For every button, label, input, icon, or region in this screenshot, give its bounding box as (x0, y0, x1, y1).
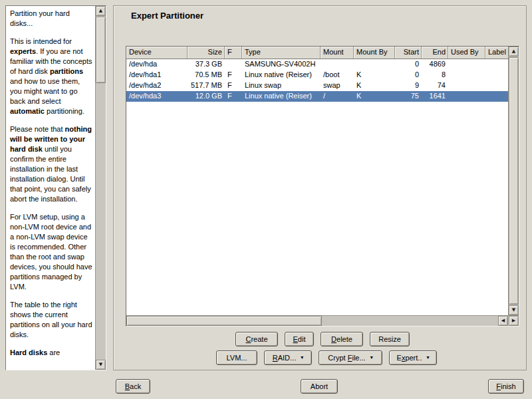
expert-menu-label: Expert.. (397, 354, 422, 362)
scroll-down-button[interactable]: ▼ (96, 360, 106, 370)
table-cell: /dev/hda2 (126, 80, 188, 91)
help-paragraph: This is intended for experts. If you are… (10, 37, 92, 116)
column-header-mount[interactable]: Mount (321, 47, 354, 59)
column-header-f[interactable]: F (225, 47, 242, 59)
create-button[interactable]: Create (235, 332, 278, 346)
column-header-start[interactable]: Start (395, 47, 422, 59)
table-cell (321, 59, 354, 70)
chevron-down-icon: ▾ (426, 355, 429, 360)
chevron-down-icon: ▾ (301, 355, 303, 360)
column-header-device[interactable]: Device (126, 47, 188, 59)
main-panel: Expert Partitioner DeviceSizeFTypeMountM… (113, 5, 527, 370)
table-cell: 4869 (422, 59, 448, 70)
help-paragraph: The table to the right shows the current… (10, 300, 92, 340)
table-cell: / (321, 91, 354, 102)
lvm-button[interactable]: LVM... (216, 350, 257, 365)
table-cell: 9 (395, 80, 422, 91)
horizontal-scrollbar-thumb[interactable] (126, 316, 322, 326)
table-cell: /boot (321, 70, 354, 80)
table-cell: K (354, 80, 395, 91)
table-cell: 517.7 MB (188, 80, 225, 91)
table-cell: 37.3 GB (188, 59, 225, 70)
table-cell: 70.5 MB (188, 70, 225, 80)
table-cell: /dev/hda3 (126, 91, 188, 102)
table-cell: /dev/hda (126, 59, 188, 70)
table-cell: Linux native (Reiser) (242, 70, 321, 80)
edit-button[interactable]: Edit (285, 332, 314, 346)
chevron-up-icon: ▲ (99, 9, 102, 13)
scroll-down-button[interactable]: ▼ (509, 305, 519, 315)
help-scrollbar-thumb[interactable] (96, 17, 106, 83)
delete-button[interactable]: Delete (321, 332, 363, 346)
help-text: Partition your hard disks...This is inte… (10, 9, 92, 366)
crypt-file-menu-button[interactable]: Crypt File... ▾ (319, 350, 382, 365)
table-cell: 75 (395, 91, 422, 102)
page-title: Expert Partitioner (131, 11, 203, 21)
table-header: DeviceSizeFTypeMountMount ByStartEndUsed… (126, 47, 508, 59)
column-header-end[interactable]: End (422, 47, 448, 59)
table-cell: K (354, 70, 395, 80)
chevron-down-icon: ▼ (99, 362, 102, 367)
table-cell: /dev/hda1 (126, 70, 188, 80)
column-header-type[interactable]: Type (242, 47, 321, 59)
chevron-down-icon: ▼ (512, 308, 515, 313)
abort-button[interactable]: Abort (301, 379, 338, 394)
table-cell: F (225, 80, 242, 91)
help-paragraph: Partition your hard disks... (10, 9, 92, 29)
table-row[interactable]: /dev/hda37.3 GBSAMSUNG-SV4002H04869 (126, 59, 508, 70)
help-paragraph: For LVM setup, using a non-LVM root devi… (10, 212, 92, 292)
crypt-file-menu-label: Crypt File... (328, 354, 365, 362)
table-cell: SAMSUNG-SV4002H (242, 59, 321, 70)
table-cell: 0 (395, 59, 422, 70)
vertical-scrollbar-thumb[interactable] (509, 57, 519, 305)
table-row[interactable]: /dev/hda2517.7 MBFLinux swapswapK974 (126, 80, 508, 91)
column-header-size[interactable]: Size (188, 47, 225, 59)
table-horizontal-scrollbar[interactable]: ◀ ▶ (126, 315, 519, 326)
window: Partition your hard disks...This is inte… (0, 0, 532, 399)
table-row[interactable]: /dev/hda312.0 GBFLinux native (Reiser)/K… (126, 91, 508, 102)
raid-menu-button[interactable]: RAID... ▾ (264, 350, 312, 365)
table-cell (225, 59, 242, 70)
table-cell: Linux swap (242, 80, 321, 91)
scroll-up-button[interactable]: ▲ (509, 47, 519, 57)
table-cell (485, 91, 508, 102)
table-cell: 74 (422, 80, 448, 91)
table-body: /dev/hda37.3 GBSAMSUNG-SV4002H04869/dev/… (126, 59, 508, 315)
table-cell: 0 (395, 70, 422, 80)
help-panel: Partition your hard disks...This is inte… (5, 5, 106, 370)
finish-button[interactable]: Finish (488, 379, 524, 394)
table-cell: F (225, 70, 242, 80)
column-header-used-by[interactable]: Used By (448, 47, 485, 59)
help-scrollbar[interactable]: ▲ ▼ (95, 6, 106, 370)
table-cell (485, 80, 508, 91)
table-cell: K (354, 91, 395, 102)
table-cell: Linux native (Reiser) (242, 91, 321, 102)
chevron-right-icon: ▶ (512, 319, 515, 323)
scroll-left-button[interactable]: ◀ (498, 316, 508, 326)
resize-button[interactable]: Resize (370, 332, 410, 346)
table-cell (485, 70, 508, 80)
back-button[interactable]: Back (116, 379, 150, 394)
chevron-left-icon: ◀ (501, 319, 505, 323)
table-cell: swap (321, 80, 354, 91)
column-header-mount-by[interactable]: Mount By (354, 47, 395, 59)
table-cell: 12.0 GB (188, 91, 225, 102)
table-cell (448, 59, 485, 70)
chevron-up-icon: ▲ (512, 49, 515, 54)
partition-table: DeviceSizeFTypeMountMount ByStartEndUsed… (126, 46, 519, 327)
table-vertical-scrollbar[interactable]: ▲ ▼ (508, 47, 519, 315)
column-header-label[interactable]: Label (485, 47, 508, 59)
expert-menu-button[interactable]: Expert.. ▾ (389, 350, 437, 365)
chevron-down-icon: ▾ (370, 355, 373, 360)
scroll-up-button[interactable]: ▲ (96, 6, 106, 16)
table-cell (354, 59, 395, 70)
scroll-right-button[interactable]: ▶ (509, 316, 519, 326)
help-paragraph: Hard disks are (10, 348, 92, 358)
table-cell: 1641 (422, 91, 448, 102)
table-cell: F (225, 91, 242, 102)
table-cell (485, 59, 508, 70)
help-paragraph: Please note that nothing will be written… (10, 124, 92, 204)
table-cell (448, 70, 485, 80)
raid-menu-label: RAID... (273, 354, 296, 362)
table-row[interactable]: /dev/hda170.5 MBFLinux native (Reiser)/b… (126, 70, 508, 80)
